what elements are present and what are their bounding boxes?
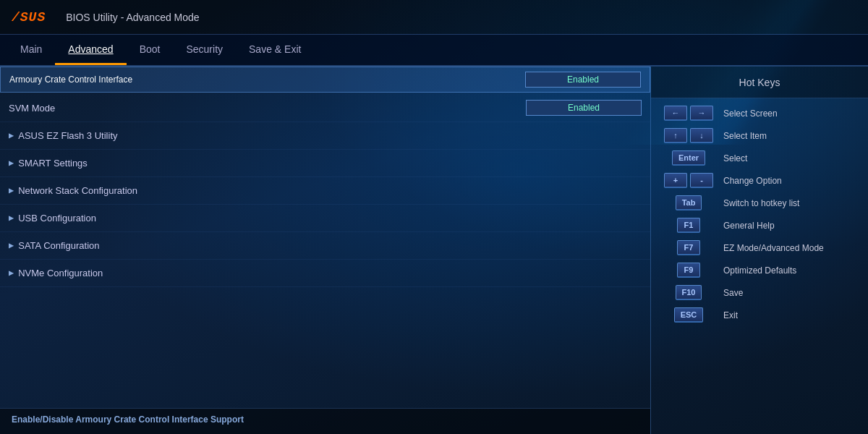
key-button[interactable]: ← — [664, 106, 687, 121]
hotkey-row-optimized-defaults: F9Optimized Defaults — [660, 263, 859, 278]
hotkeys-list: ←→Select Screen↑↓Select ItemEnterSelect+… — [651, 98, 868, 434]
hotkey-description: Save — [723, 288, 743, 298]
key-button[interactable]: ↑ — [664, 128, 687, 143]
hotkey-description: Exit — [723, 310, 738, 320]
hotkey-description: Switch to hotkey list — [723, 198, 799, 208]
hotkey-keys-select: Enter — [660, 150, 718, 166]
header: /SUS BIOS Utility - Advanced Mode — [0, 0, 868, 35]
key-button[interactable]: F1 — [677, 218, 700, 233]
status-bar: Enable/Disable Armoury Crate Control Int… — [0, 408, 650, 434]
arrow-icon: ▶ — [9, 213, 14, 224]
hotkey-keys-change-option: +- — [660, 173, 718, 188]
logo-text: /SUS — [12, 10, 46, 25]
menu-row-label: SMART Settings — [18, 158, 642, 169]
status-text: Enable/Disable Armoury Crate Control Int… — [12, 414, 244, 425]
key-button[interactable]: F10 — [676, 285, 702, 300]
menu-row-label: USB Configuration — [18, 213, 642, 224]
hotkey-description: Optimized Defaults — [723, 265, 796, 276]
arrow-icon: ▶ — [9, 158, 14, 169]
nav-item-main[interactable]: Main — [7, 35, 55, 65]
logo: /SUS — [12, 10, 46, 25]
hotkeys-header: Hot Keys — [651, 67, 868, 98]
left-panel: Armoury Crate Control Interface Enabled … — [0, 67, 651, 434]
menu-row-value[interactable]: Enabled — [526, 100, 642, 116]
hotkey-row-ez-advanced-mode: F7EZ Mode/Advanced Mode — [660, 240, 859, 255]
menu-row-smart-settings[interactable]: ▶SMART Settings — [0, 150, 650, 177]
hotkey-row-general-help: F1General Help — [660, 218, 859, 233]
hotkey-keys-select-item: ↑↓ — [660, 128, 718, 143]
arrow-icon: ▶ — [9, 130, 14, 141]
hotkey-description: EZ Mode/Advanced Mode — [723, 243, 824, 253]
menu-row-ez-flash[interactable]: ▶ASUS EZ Flash 3 Utility — [0, 122, 650, 150]
nav-item-advanced[interactable]: Advanced — [55, 35, 126, 65]
hotkey-description: General Help — [723, 221, 775, 231]
menu-row-label: ASUS EZ Flash 3 Utility — [18, 130, 642, 141]
menu-row-sata-config[interactable]: ▶SATA Configuration — [0, 232, 650, 260]
menu-row-nvme-config[interactable]: ▶NVMe Configuration — [0, 260, 650, 287]
hotkey-description: Select Item — [723, 131, 767, 141]
key-button[interactable]: F9 — [677, 263, 700, 278]
hotkey-row-select: EnterSelect — [660, 150, 859, 166]
menu-row-network-stack[interactable]: ▶Network Stack Configuration — [0, 177, 650, 205]
key-button[interactable]: + — [664, 173, 687, 188]
hotkey-keys-general-help: F1 — [660, 218, 718, 233]
hotkey-keys-exit: ESC — [660, 307, 718, 323]
hotkey-row-change-option: +-Change Option — [660, 173, 859, 188]
key-button[interactable]: Enter — [672, 150, 705, 166]
key-button[interactable]: ESC — [674, 307, 704, 323]
content-area: Armoury Crate Control Interface Enabled … — [0, 67, 868, 434]
key-button[interactable]: Tab — [676, 195, 702, 210]
menu-row-label: SVM Mode — [9, 103, 526, 114]
key-button[interactable]: - — [690, 173, 713, 188]
hotkeys-title: Hot Keys — [739, 77, 780, 88]
menu-row-usb-config[interactable]: ▶USB Configuration — [0, 205, 650, 232]
menu-row-label: SATA Configuration — [18, 240, 642, 251]
nav-item-boot[interactable]: Boot — [127, 35, 174, 65]
menu-row-svm-mode[interactable]: SVM ModeEnabled — [0, 94, 650, 122]
hotkey-keys-ez-advanced-mode: F7 — [660, 240, 718, 255]
hotkey-description: Change Option — [723, 176, 782, 186]
hotkey-keys-hotkey-list: Tab — [660, 195, 718, 210]
arrow-icon: ▶ — [9, 268, 14, 278]
selected-row[interactable]: Armoury Crate Control Interface Enabled — [0, 67, 650, 93]
menu-rows: SVM ModeEnabled▶ASUS EZ Flash 3 Utility▶… — [0, 94, 650, 408]
hotkey-keys-optimized-defaults: F9 — [660, 263, 718, 278]
hotkey-row-save: F10Save — [660, 285, 859, 300]
bios-title: BIOS Utility - Advanced Mode — [66, 12, 199, 23]
menu-row-label: Network Stack Configuration — [18, 185, 642, 196]
hotkey-row-select-item: ↑↓Select Item — [660, 128, 859, 143]
key-button[interactable]: → — [690, 106, 713, 121]
key-button[interactable]: ↓ — [690, 128, 713, 143]
navbar: MainAdvancedBootSecuritySave & Exit — [0, 35, 868, 67]
nav-item-save-exit[interactable]: Save & Exit — [236, 35, 314, 65]
nav-item-security[interactable]: Security — [173, 35, 236, 65]
selected-row-value[interactable]: Enabled — [525, 72, 641, 88]
hotkey-keys-save: F10 — [660, 285, 718, 300]
hotkey-row-exit: ESCExit — [660, 307, 859, 323]
right-panel: Hot Keys ←→Select Screen↑↓Select ItemEnt… — [651, 67, 868, 434]
key-button[interactable]: F7 — [677, 240, 700, 255]
hotkey-row-select-screen: ←→Select Screen — [660, 106, 859, 121]
selected-row-label: Armoury Crate Control Interface — [9, 75, 525, 85]
hotkey-description: Select Screen — [723, 109, 778, 119]
hotkey-description: Select — [723, 153, 747, 163]
hotkey-keys-select-screen: ←→ — [660, 106, 718, 121]
arrow-icon: ▶ — [9, 240, 14, 251]
arrow-icon: ▶ — [9, 185, 14, 196]
menu-row-label: NVMe Configuration — [18, 268, 642, 278]
hotkey-row-hotkey-list: TabSwitch to hotkey list — [660, 195, 859, 210]
